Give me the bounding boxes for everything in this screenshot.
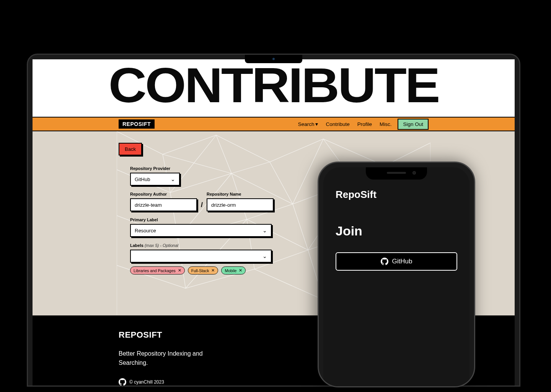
chip-mobile: Mobile ✕ (221, 266, 246, 274)
nav-search-label: Search (298, 121, 315, 127)
nav-search[interactable]: Search ▾ (298, 121, 318, 127)
provider-select[interactable]: GitHub ⌄ (130, 173, 180, 186)
navbar: REPOSIFT Search ▾ Contribute Profile Mis… (33, 117, 515, 131)
nav-contribute[interactable]: Contribute (326, 121, 349, 127)
hero-section: CONTRIBUTE (33, 59, 515, 117)
chip-fullstack: Full-Stack ✕ (188, 266, 218, 274)
chip-text: Libraries and Packages (134, 268, 176, 273)
phone-speaker (387, 172, 406, 174)
chip-text: Mobile (225, 268, 236, 273)
chevron-down-icon: ⌄ (171, 176, 175, 182)
github-icon (119, 378, 126, 385)
phone-screen: RepoSift Join GitHub (323, 167, 469, 386)
phone-heading: Join (336, 224, 457, 238)
remove-chip-icon[interactable]: ✕ (211, 268, 215, 273)
page-title: CONTRIBUTE (33, 63, 515, 107)
phone-camera (412, 171, 416, 175)
chip-libraries: Libraries and Packages ✕ (130, 266, 185, 274)
labels-label-text: Labels (130, 243, 143, 248)
github-signin-button[interactable]: GitHub (336, 252, 457, 271)
labels-select[interactable]: ⌄ (130, 250, 272, 263)
phone-brand: RepoSift (336, 189, 457, 201)
remove-chip-icon[interactable]: ✕ (239, 268, 242, 273)
nav-misc[interactable]: Misc. (380, 121, 392, 127)
name-input[interactable] (207, 198, 274, 211)
name-label: Repository Name (207, 192, 274, 196)
caret-down-icon: ▾ (315, 121, 318, 127)
github-button-label: GitHub (392, 258, 412, 265)
primary-label-value: Resource (135, 228, 156, 234)
back-button[interactable]: Back (119, 143, 142, 155)
phone-volume-up (318, 232, 318, 253)
slash-separator: / (201, 201, 203, 211)
signout-button[interactable]: Sign Out (398, 119, 429, 130)
chevron-down-icon: ⌄ (262, 253, 267, 259)
phone-frame: RepoSift Join GitHub (318, 162, 475, 387)
brand-logo[interactable]: REPOSIFT (119, 119, 155, 129)
phone-volume-down (318, 258, 318, 280)
labels-hint: (max 5) - Optional (145, 243, 178, 248)
author-label: Repository Author (130, 192, 197, 196)
nav-profile[interactable]: Profile (357, 121, 372, 127)
provider-value: GitHub (135, 176, 150, 182)
copyright-text: © cyanChill 2023 (129, 379, 164, 385)
footer-tagline: Better Repository Indexing and Searching… (119, 349, 218, 368)
primary-label-select[interactable]: Resource ⌄ (130, 224, 272, 237)
remove-chip-icon[interactable]: ✕ (178, 268, 181, 273)
phone-silent-switch (318, 209, 318, 222)
laptop-camera (272, 58, 275, 60)
github-icon (381, 258, 388, 265)
chip-text: Full-Stack (191, 268, 209, 273)
author-input[interactable] (130, 198, 197, 211)
chevron-down-icon: ⌄ (262, 227, 267, 234)
